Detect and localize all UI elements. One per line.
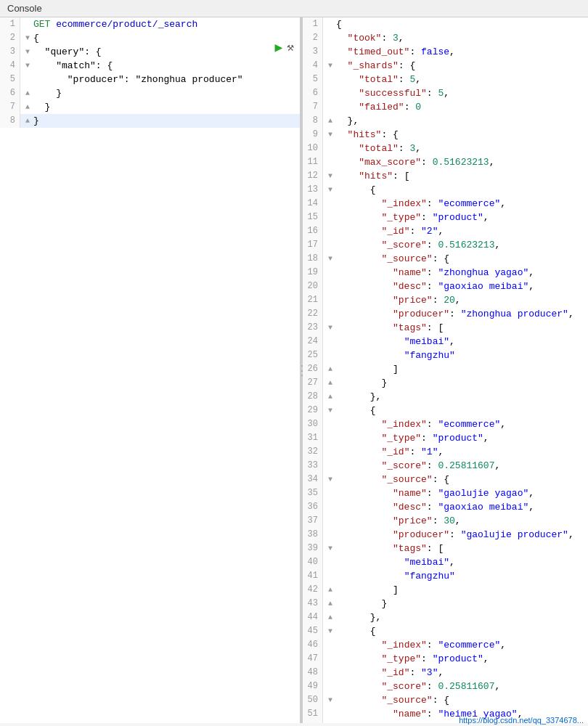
line-content: "producer": "zhonghua producer", [335,307,588,321]
right-line-35: 35 "name": "gaolujie yagao", [303,486,588,500]
fold-indicator[interactable]: ▼ [326,624,335,638]
line-number: 41 [303,569,323,583]
left-line-6: 6▲ } [0,86,300,100]
right-line-49: 49 "_score": 0.25811607, [303,680,588,693]
line-number: 5 [0,73,20,86]
left-editor-panel: 1GET ecommerce/product/_search2▼{3▼ "que… [0,17,301,723]
line-number: 48 [303,666,323,680]
line-content: { [335,624,588,638]
line-number: 16 [303,224,323,238]
right-line-9: 9▼ "hits": { [303,128,588,142]
right-line-31: 31 "_type": "product", [303,431,588,445]
fold-indicator[interactable]: ▲ [326,376,335,390]
line-content: "took": 3, [335,31,588,45]
settings-button[interactable]: ⚒ [287,40,294,54]
line-number: 8 [303,114,323,128]
right-line-1: 1{ [303,17,588,31]
fold-indicator[interactable]: ▼ [23,59,32,73]
line-content: }, [335,390,588,404]
line-content: } [32,114,300,128]
right-line-41: 41 "fangzhu" [303,569,588,583]
line-number: 21 [303,293,323,307]
fold-indicator[interactable]: ▲ [326,597,335,611]
right-line-22: 22 "producer": "zhonghua producer", [303,307,588,321]
line-content: "failed": 0 [335,100,588,114]
line-content: ] [335,362,588,376]
left-line-7: 7▲ } [0,100,300,114]
left-code-area[interactable]: 1GET ecommerce/product/_search2▼{3▼ "que… [0,17,300,723]
left-line-8: 8▲} [0,114,300,128]
right-line-42: 42▲ ] [303,583,588,597]
fold-indicator[interactable]: ▲ [326,583,335,597]
line-content: "_source": { [335,693,588,707]
line-number: 43 [303,597,323,611]
line-number: 30 [303,417,323,431]
line-content: "timed_out": false, [335,45,588,59]
fold-indicator[interactable]: ▲ [326,390,335,404]
fold-indicator[interactable]: ▲ [326,611,335,624]
fold-indicator[interactable]: ▼ [326,169,335,183]
fold-indicator[interactable]: ▲ [326,114,335,128]
right-line-29: 29▼ { [303,404,588,417]
left-line-1: 1GET ecommerce/product/_search [0,17,300,31]
fold-indicator[interactable]: ▼ [326,693,335,707]
line-number: 32 [303,445,323,459]
fold-indicator[interactable]: ▼ [326,59,335,73]
line-number: 6 [303,86,323,100]
line-number: 7 [0,100,20,114]
right-line-2: 2 "took": 3, [303,31,588,45]
line-content: "meibai", [335,335,588,348]
line-number: 14 [303,197,323,211]
fold-indicator[interactable]: ▲ [23,114,32,128]
right-line-10: 10 "total": 3, [303,142,588,155]
fold-indicator[interactable]: ▼ [326,128,335,142]
right-line-44: 44▲ }, [303,611,588,624]
line-number: 6 [0,86,20,100]
line-number: 15 [303,211,323,224]
right-code-area[interactable]: 1{2 "took": 3,3 "timed_out": false,4▼ "_… [303,17,588,723]
right-line-30: 30 "_index": "ecommerce", [303,417,588,431]
line-number: 8 [0,114,20,128]
line-number: 47 [303,652,323,666]
fold-indicator[interactable]: ▼ [326,183,335,197]
fold-indicator[interactable]: ▼ [326,252,335,266]
line-number: 13 [303,183,323,197]
console-header: Console [0,0,588,17]
fold-indicator[interactable]: ▼ [326,404,335,417]
fold-indicator[interactable]: ▲ [326,362,335,376]
line-number: 31 [303,431,323,445]
right-line-4: 4▼ "_shards": { [303,59,588,73]
fold-indicator[interactable]: ▼ [23,31,32,45]
line-number: 17 [303,238,323,252]
line-number: 23 [303,321,323,335]
line-content: "query": { [32,45,300,59]
line-content: "price": 30, [335,514,588,528]
right-line-45: 45▼ { [303,624,588,638]
line-content: "_type": "product", [335,431,588,445]
line-content: "_score": 0.25811607, [335,680,588,693]
line-number: 29 [303,404,323,417]
line-content: "_index": "ecommerce", [335,417,588,431]
right-line-46: 46 "_index": "ecommerce", [303,638,588,652]
right-line-32: 32 "_id": "1", [303,445,588,459]
fold-indicator[interactable]: ▼ [23,45,32,59]
line-number: 35 [303,486,323,500]
fold-indicator[interactable]: ▲ [23,86,32,100]
line-content: "_shards": { [335,59,588,73]
line-number: 33 [303,459,323,473]
fold-indicator[interactable]: ▼ [326,321,335,335]
line-content: "_source": { [335,252,588,266]
line-content: ] [335,583,588,597]
fold-indicator[interactable]: ▲ [23,100,32,114]
fold-indicator[interactable]: ▼ [326,473,335,486]
right-line-17: 17 "_score": 0.51623213, [303,238,588,252]
line-number: 7 [303,100,323,114]
line-content: { [335,404,588,417]
line-number: 51 [303,707,323,721]
line-content: "name": "zhonghua yagao", [335,266,588,280]
right-line-38: 38 "producer": "gaolujie producer", [303,528,588,542]
run-button[interactable]: ▶ [275,39,283,55]
left-line-3: 3▼ "query": { [0,45,300,59]
line-number: 9 [303,128,323,142]
fold-indicator[interactable]: ▼ [326,542,335,555]
